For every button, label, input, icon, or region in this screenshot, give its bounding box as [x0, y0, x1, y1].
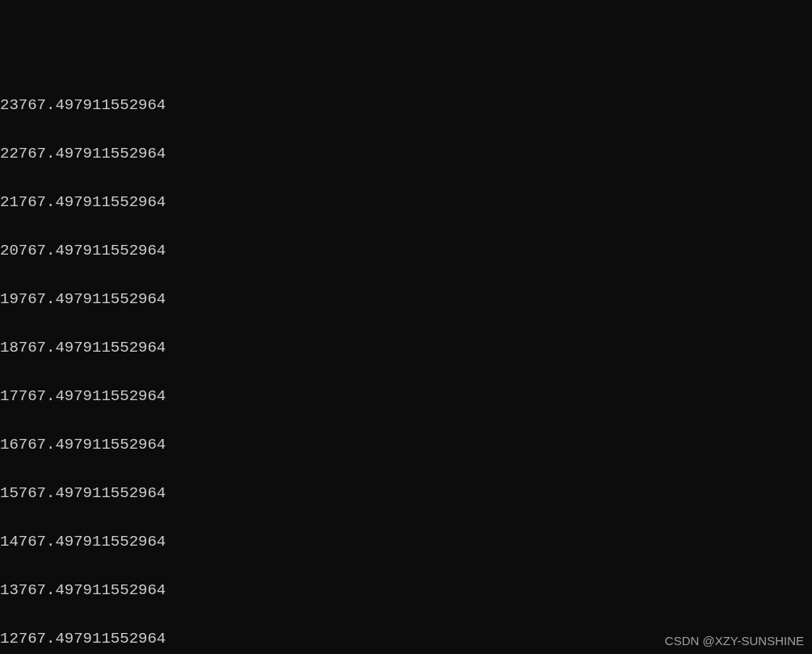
number-line: 16767.497911552964: [0, 437, 812, 453]
number-line: 20767.497911552964: [0, 243, 812, 259]
watermark-label: CSDN @XZY-SUNSHINE: [665, 633, 804, 649]
number-line: 13767.497911552964: [0, 582, 812, 598]
number-line: 23767.497911552964: [0, 97, 812, 113]
number-line: 17767.497911552964: [0, 388, 812, 404]
number-line: 15767.497911552964: [0, 485, 812, 501]
number-line: 19767.497911552964: [0, 291, 812, 307]
terminal-output: 23767.497911552964 22767.497911552964 21…: [0, 65, 812, 654]
number-line: 22767.497911552964: [0, 146, 812, 162]
number-line: 21767.497911552964: [0, 194, 812, 210]
number-line: 14767.497911552964: [0, 534, 812, 550]
number-line: 18767.497911552964: [0, 340, 812, 356]
